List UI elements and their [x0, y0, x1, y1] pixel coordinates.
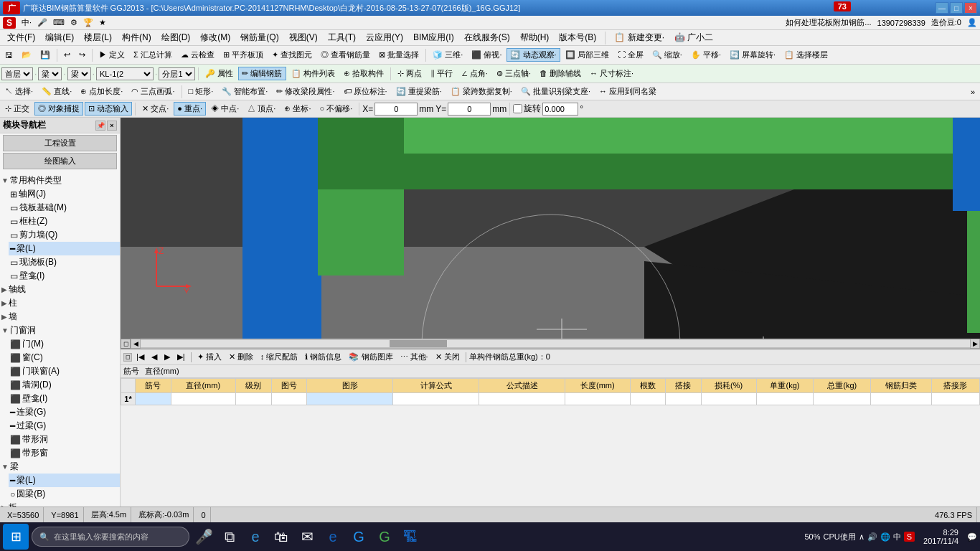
tree-axis[interactable]: ▶ 轴线 [0, 283, 120, 296]
three-point-axis-btn[interactable]: ⊚ 三点轴· [493, 67, 534, 80]
edit-rebar-btn[interactable]: ✏ 编辑钢筋 [238, 67, 286, 80]
orig-label-btn[interactable]: 🏷 原位标注· [340, 85, 391, 98]
mid-btn[interactable]: ◈ 中点· [207, 102, 242, 116]
taskbar-search[interactable]: 🔍 在这里输入你要搜索的内容 [32, 527, 189, 547]
redo-btn[interactable]: ↪ [75, 49, 89, 61]
rebar-info-btn[interactable]: ℹ 钢筋信息 [302, 351, 344, 363]
edge-icon[interactable]: e [244, 525, 267, 548]
point-len-btn[interactable]: ⊕ 点加长度· [77, 85, 126, 98]
tree-strip-hole[interactable]: ⬛ 带形洞 [9, 433, 120, 446]
sidebar-pin-btn[interactable]: 📌 [95, 121, 105, 131]
h-scroll-track[interactable] [141, 340, 970, 347]
tree-wall-hole[interactable]: ⬛ 墙洞(D) [9, 378, 120, 392]
scrollbar-corner[interactable]: ◻ [121, 339, 131, 349]
nav-last-btn[interactable]: ▶| [174, 352, 188, 362]
dyn-input-btn[interactable]: ⊡ 动态输入 [85, 102, 132, 116]
element-select[interactable]: KL-1(2 [96, 67, 154, 80]
diameter-cell[interactable] [171, 393, 236, 405]
tree-column[interactable]: ▶ 柱 [0, 296, 120, 310]
repick-rebar-btn[interactable]: 🔄 重提梁筋· [392, 85, 446, 98]
define-btn[interactable]: ▶ 定义 [95, 48, 128, 62]
calc-btn[interactable]: Σ 汇总计算 [130, 48, 176, 62]
volume-icon[interactable]: 🔊 [867, 532, 877, 542]
member-type-select[interactable]: 梁 [38, 67, 62, 80]
h-scroll-thumb[interactable] [390, 340, 447, 347]
arc3-btn[interactable]: ◠ 三点画弧· [128, 85, 178, 98]
tree-door-window-combined[interactable]: ⬛ 门联窗(A) [9, 364, 120, 378]
close-button[interactable]: × [964, 2, 977, 14]
menu-version[interactable]: 版本号(B) [555, 30, 600, 45]
insert-btn[interactable]: ✦ 插入 [194, 351, 225, 363]
tree-round-beam[interactable]: ○ 圆梁(B) [9, 487, 120, 501]
pick-member-btn[interactable]: ⊕ 拾取构件 [340, 67, 387, 80]
start-button[interactable]: ⊞ [3, 524, 29, 550]
member-select[interactable]: 梁 [67, 67, 91, 80]
tuxing-cell[interactable] [307, 393, 393, 405]
view-rebar-btn[interactable]: ◎ 查看钢筋量 [317, 48, 374, 62]
tree-raft-foundation[interactable]: ▭ 筏板基础(M) [9, 201, 120, 215]
store-icon[interactable]: 🛍 [270, 525, 293, 548]
menu-cloud[interactable]: 云应用(Y) [362, 30, 407, 45]
nav-next-btn[interactable]: ▶ [161, 352, 173, 362]
fullscreen-btn[interactable]: ⛶ 全屏 [614, 48, 647, 62]
tree-niche[interactable]: ▭ 壁龛(I) [9, 269, 120, 283]
two-point-btn[interactable]: ⊹ 两点 [394, 67, 425, 80]
minimize-button[interactable]: — [936, 2, 948, 14]
menu-new-change[interactable]: 📋 新建变更· [610, 30, 669, 45]
mail-icon[interactable]: ✉ [296, 525, 319, 548]
tree-beam-category[interactable]: ▼ 梁 [0, 460, 120, 474]
tree-door[interactable]: ⬛ 门(M) [9, 337, 120, 351]
level-top-btn[interactable]: ⊞ 平齐板顶 [220, 48, 267, 62]
x-input[interactable] [374, 103, 418, 116]
canvas-area[interactable]: Z Y ◻ ◀ ▶ [121, 118, 980, 349]
menu-member[interactable]: 构件(N) [118, 30, 156, 45]
snap-obj-btn[interactable]: ◎ 对象捕捉 [34, 102, 83, 116]
taskview-icon[interactable]: ⧉ [218, 525, 241, 548]
loss-cell[interactable] [701, 393, 756, 405]
ortho-btn[interactable]: ⊹ 正交 [1, 102, 33, 116]
menu-view[interactable]: 视图(V) [285, 30, 322, 45]
tree-strip-window[interactable]: ⬛ 带形窗 [9, 446, 120, 460]
no-offset-btn[interactable]: ○ 不偏移· [316, 102, 356, 116]
menu-online[interactable]: 在线服务(S) [460, 30, 514, 45]
bottom-panel-icon[interactable]: ◻ [123, 353, 132, 362]
pan-btn[interactable]: ✋ 平移· [687, 48, 725, 62]
tree-slab[interactable]: ▭ 现浇板(B) [9, 255, 120, 269]
nav-prev-btn[interactable]: ◀ [149, 352, 160, 362]
ie-icon[interactable]: e [321, 525, 344, 548]
scroll-right-btn[interactable]: ▶ [970, 339, 980, 349]
ime-zh[interactable]: 中 [893, 532, 901, 542]
tree-niche2[interactable]: ⬛ 壁龛(I) [9, 392, 120, 405]
total-weight-cell[interactable] [814, 393, 871, 405]
save-btn[interactable]: 💾 [37, 49, 54, 61]
menu-guangxiao[interactable]: 🤖 广小二 [670, 30, 717, 45]
tree-coupling-beam[interactable]: ━ 连梁(G) [9, 405, 120, 419]
menu-edit[interactable]: 编辑(E) [41, 30, 78, 45]
close-panel-btn[interactable]: ✕ 关闭 [433, 351, 463, 363]
tree-axle-grid[interactable]: ⊞ 轴网(J) [9, 187, 120, 201]
expand-btn[interactable]: » [967, 86, 979, 98]
formula-cell[interactable] [393, 393, 479, 405]
heavy-btn[interactable]: ● 重点· [174, 102, 206, 116]
menu-help[interactable]: 帮助(H) [516, 30, 554, 45]
lap-type-cell[interactable] [931, 393, 979, 405]
rotate-check[interactable] [513, 104, 522, 113]
batch-id-btn[interactable]: 🔍 批量识别梁支座· [517, 85, 594, 98]
drawing-input-btn[interactable]: 绘图输入 [3, 153, 117, 169]
tree-window[interactable]: ⬛ 窗(C) [9, 351, 120, 364]
coord-btn[interactable]: ⊕ 坐标· [281, 102, 314, 116]
delete-btn[interactable]: ✕ 删除 [226, 351, 256, 363]
unit-weight-cell[interactable] [756, 393, 814, 405]
local-3d-btn[interactable]: 🔲 局部三维 [562, 48, 613, 62]
cloud-check-btn[interactable]: ☁ 云检查 [177, 48, 218, 62]
cortana-icon[interactable]: 🎤 [192, 525, 215, 548]
tree-door-window[interactable]: ▼ 门窗洞 [0, 324, 120, 337]
engineering-setup-btn[interactable]: 工程设置 [3, 135, 117, 151]
tree-wall[interactable]: ▶ 墙 [0, 310, 120, 324]
category-cell[interactable] [871, 393, 932, 405]
floor-select[interactable]: 首层 [1, 67, 33, 80]
screen-rotate-btn[interactable]: 🔄 屏幕旋转· [726, 48, 779, 62]
network-icon[interactable]: 🌐 [880, 532, 890, 542]
modify-span-btn[interactable]: ✏ 修改梁段属性· [273, 85, 338, 98]
grade-cell[interactable] [236, 393, 272, 405]
